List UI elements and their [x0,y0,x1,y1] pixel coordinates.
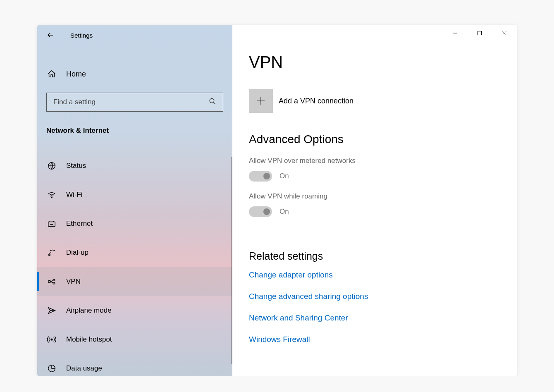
link-network-center[interactable]: Network and Sharing Center [249,313,500,323]
toggle-row: On [249,171,500,182]
toggle-knob [263,173,270,179]
search-input[interactable] [53,98,209,106]
sidebar-content: Home Network & Internet Status [37,45,232,376]
sidebar-item-wifi[interactable]: Wi-Fi [37,180,232,209]
sidebar-item-label: Ethernet [66,220,93,228]
svg-point-8 [51,339,53,340]
settings-window: Settings Home Net [37,25,517,376]
airplane-icon [47,306,56,315]
sidebar-item-label: Airplane mode [66,306,112,315]
svg-point-0 [210,98,214,103]
sidebar: Settings Home Net [37,25,232,376]
add-vpn-button[interactable]: Add a VPN connection [249,89,500,113]
close-button[interactable] [492,25,517,41]
hotspot-icon [47,335,56,344]
app-title: Settings [70,32,93,39]
sidebar-item-label: Data usage [66,364,102,373]
add-label: Add a VPN connection [279,97,353,105]
sidebar-item-label: Wi-Fi [66,191,83,199]
link-adapter-options[interactable]: Change adapter options [249,270,500,280]
link-sharing-options[interactable]: Change advanced sharing options [249,292,500,301]
arrow-left-icon [46,31,55,39]
home-label: Home [66,70,86,79]
main-content: VPN Add a VPN connection Advanced Option… [232,25,517,344]
toggle-metered[interactable] [249,171,272,182]
sidebar-item-label: Mobile hotspot [66,335,112,344]
category-label: Network & Internet [46,127,223,135]
sidebar-item-label: Status [66,162,86,170]
window-controls [442,25,517,41]
toggle-state: On [279,208,289,216]
close-icon [502,31,507,36]
sidebar-item-label: Dial-up [66,249,88,257]
add-tile [249,89,273,113]
toggle-knob [263,208,270,215]
sidebar-item-dialup[interactable]: Dial-up [37,238,232,267]
link-windows-firewall[interactable]: Windows Firewall [249,335,500,344]
toggle-roaming[interactable] [249,206,272,217]
sidebar-item-airplane[interactable]: Airplane mode [37,296,232,325]
svg-point-4 [49,254,50,256]
datausage-icon [47,364,56,373]
sidebar-item-hotspot[interactable]: Mobile hotspot [37,325,232,354]
setting-label: Allow VPN while roaming [249,192,500,201]
setting-roaming: Allow VPN while roaming On [249,192,500,217]
search-box[interactable] [46,93,223,112]
sidebar-item-ethernet[interactable]: Ethernet [37,209,232,238]
svg-rect-3 [48,222,55,226]
setting-metered: Allow VPN over metered networks On [249,157,500,182]
related-links: Change adapter options Change advanced s… [249,270,500,344]
home-icon [47,69,56,79]
ethernet-icon [47,219,56,228]
toggle-state: On [279,172,289,180]
sidebar-item-datausage[interactable]: Data usage [37,354,232,376]
vpn-icon [47,277,56,286]
maximize-button[interactable] [467,25,492,41]
sidebar-header: Settings [37,25,232,45]
svg-point-2 [51,197,52,198]
toggle-row: On [249,206,500,217]
sidebar-item-vpn[interactable]: VPN [37,267,232,296]
plus-icon [256,96,266,106]
setting-label: Allow VPN over metered networks [249,157,500,165]
svg-rect-10 [478,31,482,35]
minimize-button[interactable] [442,25,467,41]
page-title: VPN [249,53,500,72]
sidebar-home[interactable]: Home [46,65,223,83]
minimize-icon [452,31,457,36]
status-icon [47,161,56,170]
nav-items: Status Wi-Fi Ethernet [37,151,232,376]
wifi-icon [47,190,56,199]
search-icon [209,98,216,107]
svg-point-5 [48,280,51,283]
related-settings-title: Related settings [249,250,500,262]
back-button[interactable] [42,27,59,43]
dialup-icon [47,248,56,257]
advanced-options-title: Advanced Options [249,133,500,146]
main-panel: VPN Add a VPN connection Advanced Option… [232,25,517,376]
sidebar-item-label: VPN [66,277,81,286]
sidebar-item-status[interactable]: Status [37,151,232,180]
maximize-icon [477,31,482,36]
